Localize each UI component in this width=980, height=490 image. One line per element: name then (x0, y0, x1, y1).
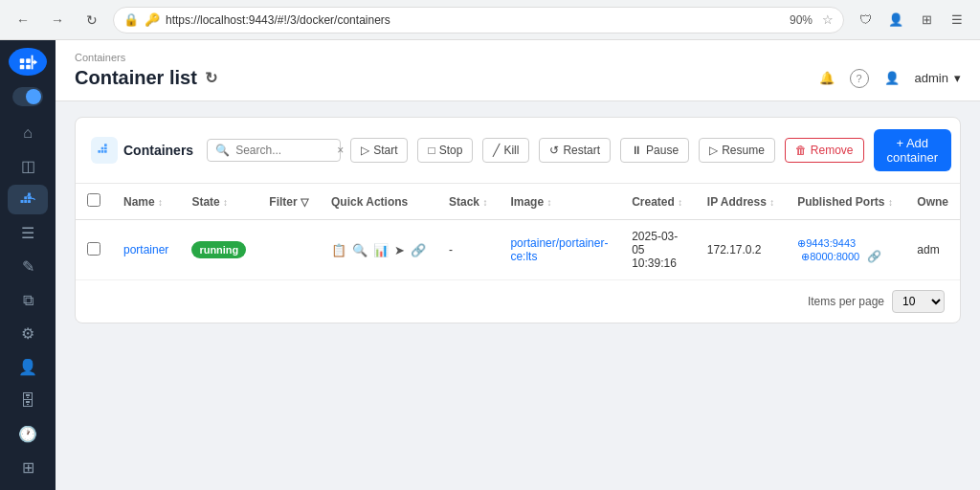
row-owner-cell: adm (905, 220, 960, 280)
image-link[interactable]: portainer/portainer-ce:lts (510, 236, 608, 263)
th-checkbox (76, 184, 112, 220)
extensions-button[interactable]: 🛡 (852, 7, 879, 33)
name-sort-icon: ↕ (158, 197, 163, 208)
sidebar-item-home[interactable]: ⌂ (8, 118, 48, 147)
sidebar-item-layers[interactable]: ◫ (8, 151, 48, 181)
items-per-page-label: Items per page (808, 295, 884, 308)
table-body: portainer running 📋 🔍 (76, 220, 960, 280)
th-image[interactable]: Image ↕ (499, 184, 620, 220)
page-header: Containers Container list ↻ 🔔 ? 👤 admin … (56, 40, 980, 101)
main-content: Containers Container list ↻ 🔔 ? 👤 admin … (56, 40, 980, 490)
start-button[interactable]: ▷ Start (350, 138, 408, 163)
th-stack[interactable]: Stack ↕ (437, 184, 499, 220)
svg-rect-7 (21, 200, 24, 203)
addons-button[interactable]: ⊞ (913, 7, 940, 33)
image-sort-icon: ↕ (546, 197, 551, 208)
stop-button[interactable]: □ Stop (417, 138, 473, 163)
th-created[interactable]: Created ↕ (620, 184, 696, 220)
svg-rect-10 (24, 196, 27, 199)
state-sort-icon: ↕ (223, 197, 228, 208)
svg-rect-1 (26, 58, 31, 63)
bell-icon[interactable]: 🔔 (819, 71, 835, 85)
restart-button[interactable]: ↺ Restart (539, 138, 611, 163)
svg-rect-15 (104, 150, 107, 153)
svg-rect-18 (104, 144, 107, 146)
th-owner: Owne (905, 184, 960, 220)
row-checkbox-cell (76, 220, 112, 280)
row-ip-cell: 172.17.0.2 (696, 220, 786, 280)
port1-link[interactable]: ⊕9443:9443 (797, 237, 856, 249)
qa-stats-icon[interactable]: 📊 (373, 243, 389, 257)
sidebar-item-layers2[interactable]: ⧉ (8, 285, 48, 315)
add-container-button[interactable]: + Add container (874, 129, 951, 171)
address-bar[interactable]: 🔒 🔑 https://localhost:9443/#!/3/docker/c… (113, 7, 844, 33)
qa-inspect-icon[interactable]: 🔍 (352, 243, 368, 257)
page-refresh-icon[interactable]: ↻ (205, 69, 217, 87)
admin-label: admin (915, 71, 948, 85)
search-input[interactable] (235, 144, 331, 157)
browser-icons: 🛡 👤 ⊞ ☰ (852, 7, 970, 33)
sidebar-item-edit[interactable]: ✎ (8, 252, 48, 281)
search-box[interactable]: 🔍 × (207, 139, 341, 162)
back-button[interactable]: ← (10, 7, 36, 33)
svg-rect-11 (28, 196, 31, 199)
zoom-level: 90% (790, 13, 813, 27)
qa-logs-icon[interactable]: 📋 (331, 243, 346, 257)
items-per-page-select[interactable]: 10 25 50 100 (892, 290, 945, 313)
select-all-checkbox[interactable] (87, 193, 100, 207)
sidebar-item-clock[interactable]: 🕐 (8, 419, 48, 449)
row-quick-actions-cell: 📋 🔍 📊 ➤ 🔗 (320, 220, 437, 280)
remove-button[interactable]: 🗑 Remove (785, 138, 864, 163)
sidebar-item-gear[interactable]: ⚙ (8, 319, 48, 348)
sidebar-item-grid[interactable]: ⊞ (8, 453, 48, 482)
row-checkbox[interactable] (87, 242, 100, 256)
sidebar-logo (9, 48, 47, 76)
container-name-link[interactable]: portainer (123, 243, 168, 256)
quick-actions: 📋 🔍 📊 ➤ 🔗 (331, 243, 426, 257)
port2-link[interactable]: ⊕8000:8000 (801, 251, 859, 262)
admin-menu[interactable]: admin ▾ (915, 71, 961, 85)
svg-rect-16 (101, 147, 104, 150)
refresh-button[interactable]: ↻ (78, 7, 105, 33)
pause-button[interactable]: ⏸ Pause (620, 138, 689, 163)
ports-sort-icon: ↕ (888, 197, 893, 208)
sidebar-item-person[interactable]: 👤 (8, 352, 48, 382)
kill-button[interactable]: ╱ Kill (482, 138, 529, 163)
sidebar-item-docker[interactable] (8, 185, 48, 214)
chevron-down-icon: ▾ (954, 71, 961, 85)
row-created-cell: 2025-03-05 10:39:16 (620, 220, 696, 280)
resume-button[interactable]: ▷ Resume (699, 138, 775, 163)
sidebar-collapse-toggle[interactable] (12, 87, 43, 106)
containers-table: Name ↕ State ↕ Filter ▽ (76, 184, 960, 280)
th-filter[interactable]: Filter ▽ (257, 184, 320, 220)
svg-rect-13 (98, 150, 100, 153)
svg-rect-14 (101, 150, 104, 153)
qa-exec-icon[interactable]: ➤ (394, 243, 405, 257)
table-container: Name ↕ State ↕ Filter ▽ (76, 184, 960, 280)
stack-sort-icon: ↕ (482, 197, 487, 208)
containers-icon (91, 137, 118, 164)
browser-bar: ← → ↻ 🔒 🔑 https://localhost:9443/#!/3/do… (0, 0, 980, 40)
search-clear-icon[interactable]: × (337, 144, 344, 157)
url-display: https://localhost:9443/#!/3/docker/conta… (166, 13, 390, 27)
row-filter-cell (257, 220, 320, 280)
profile-button[interactable]: 👤 (882, 7, 909, 33)
qa-attach-icon[interactable]: 🔗 (411, 243, 426, 257)
sidebar-item-database[interactable]: 🗄 (8, 386, 48, 415)
created-sort-icon: ↕ (678, 197, 682, 208)
th-name[interactable]: Name ↕ (112, 184, 180, 220)
containers-card: Containers 🔍 × ▷ Start □ Stop ╱ Kill ↺ R… (75, 117, 961, 323)
svg-rect-2 (20, 64, 25, 69)
th-state[interactable]: State ↕ (180, 184, 257, 220)
row-ports-cell: ⊕9443:9443 ⊕8000:8000 🔗 (786, 220, 905, 280)
th-ports[interactable]: Published Ports ↕ (786, 184, 905, 220)
forward-button[interactable]: → (44, 7, 71, 33)
menu-button[interactable]: ☰ (944, 7, 970, 33)
containers-label: Containers (91, 137, 193, 164)
svg-rect-3 (26, 64, 31, 69)
th-ip[interactable]: IP Address ↕ (696, 184, 786, 220)
user-icon[interactable]: 👤 (884, 71, 900, 85)
ip-sort-icon: ↕ (769, 197, 774, 208)
help-icon[interactable]: ? (850, 69, 869, 88)
sidebar-item-list[interactable]: ☰ (8, 218, 48, 248)
